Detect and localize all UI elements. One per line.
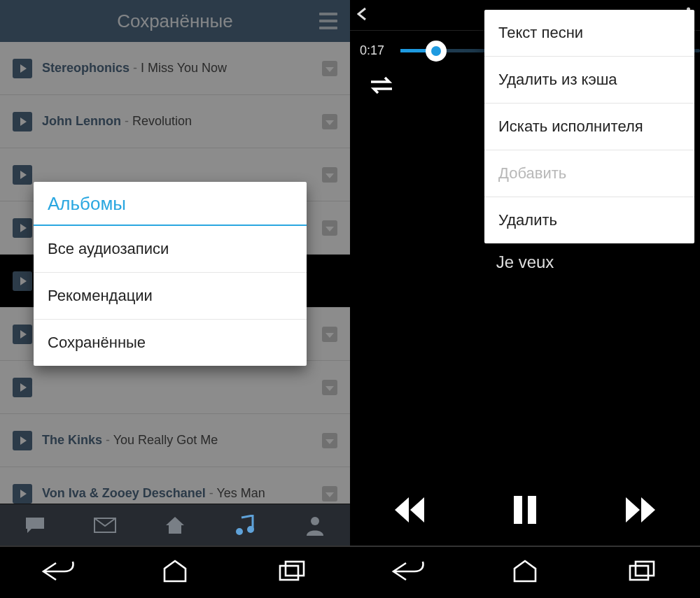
system-navbar (0, 546, 350, 598)
recent-icon[interactable] (624, 559, 659, 587)
menu-remove-cache[interactable]: Удалить из кэша (484, 57, 694, 104)
chat-icon[interactable] (23, 515, 47, 535)
back-icon[interactable] (41, 559, 76, 587)
phone-left: Сохранённые Stereophonics - I Miss You N… (0, 0, 350, 598)
svg-rect-7 (528, 496, 536, 524)
context-menu: Текст песни Удалить из кэша Искать испол… (484, 10, 694, 243)
back-icon[interactable] (357, 7, 375, 24)
player-controls (350, 494, 700, 528)
svg-point-3 (311, 517, 319, 525)
menu-lyrics[interactable]: Текст песни (484, 10, 694, 57)
svg-point-2 (247, 526, 254, 533)
home-icon[interactable] (158, 559, 192, 587)
song-title: Je veux (350, 252, 700, 272)
menu-delete[interactable]: Удалить (484, 197, 694, 243)
popup-item-saved[interactable]: Сохранённые (34, 320, 307, 366)
back-icon[interactable] (391, 559, 426, 587)
phone-right: 2 из 103 0:17 Zaz Je veux Текст песни Уд… (350, 0, 700, 598)
music-icon[interactable] (233, 515, 257, 535)
profile-icon[interactable] (303, 515, 327, 535)
prev-icon[interactable] (392, 494, 427, 528)
mail-icon[interactable] (93, 515, 117, 535)
svg-rect-6 (514, 496, 522, 524)
home-icon[interactable] (163, 515, 187, 535)
svg-rect-9 (636, 562, 654, 576)
albums-popup: Альбомы Все аудиозаписи Рекомендации Сох… (34, 182, 307, 366)
home-icon[interactable] (507, 559, 542, 587)
seek-thumb[interactable] (426, 41, 447, 62)
next-icon[interactable] (623, 494, 658, 528)
svg-rect-5 (286, 562, 304, 576)
popup-item-recs[interactable]: Рекомендации (34, 273, 307, 320)
app-tabbar (0, 504, 350, 546)
popup-title: Альбомы (34, 182, 307, 226)
svg-rect-4 (280, 566, 298, 580)
menu-search-artist[interactable]: Искать исполнителя (484, 104, 694, 150)
svg-point-1 (236, 528, 243, 535)
popup-item-all[interactable]: Все аудиозаписи (34, 226, 307, 273)
recent-icon[interactable] (274, 559, 309, 587)
svg-rect-8 (630, 566, 648, 580)
elapsed-time: 0:17 (360, 43, 392, 58)
system-navbar (350, 546, 700, 598)
menu-add: Добавить (484, 150, 694, 197)
pause-icon[interactable] (511, 494, 539, 528)
